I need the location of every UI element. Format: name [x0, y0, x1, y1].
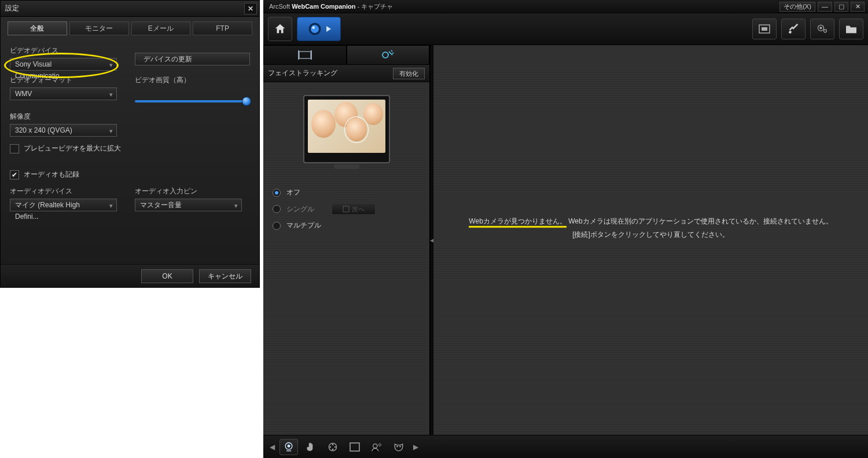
- radio-multiple[interactable]: マルチプル: [273, 221, 420, 230]
- other-menu-button[interactable]: その他(X): [779, 2, 815, 12]
- cancel-button[interactable]: キャンセル: [199, 269, 251, 283]
- main-window: ArcSoft WebCam Companion - キャプチャ その他(X) …: [263, 0, 868, 458]
- video-device-select[interactable]: Sony Visual Communicatio...: [10, 58, 117, 71]
- video-format-select[interactable]: WMV: [10, 87, 117, 100]
- wand-icon: [381, 49, 395, 61]
- tab-email[interactable]: Eメール: [131, 21, 191, 35]
- svg-point-17: [330, 446, 332, 448]
- face-icon: [363, 103, 383, 125]
- svg-rect-10: [311, 50, 312, 60]
- svg-rect-12: [343, 206, 349, 212]
- effect-mask-button[interactable]: [389, 439, 408, 455]
- face-tracking-header: フェイストラッキング 有効化: [263, 65, 429, 82]
- maximize-button[interactable]: ▢: [834, 2, 848, 12]
- effect-webcam-button[interactable]: [279, 439, 298, 455]
- camera-lens-icon: [307, 21, 323, 37]
- face-tracking-label: フェイストラッキング: [268, 68, 337, 78]
- video-device-label: ビデオデバイス: [10, 46, 126, 56]
- resolution-label: 解像度: [10, 112, 250, 122]
- main-toolbar: [263, 13, 868, 45]
- scroll-left-button[interactable]: ◀: [268, 443, 276, 451]
- effect-frame-button[interactable]: [345, 439, 364, 455]
- ok-button[interactable]: OK: [141, 269, 193, 283]
- fullscreen-button[interactable]: [752, 19, 777, 39]
- title-bold: WebCam Companion: [292, 3, 355, 10]
- svg-point-22: [396, 446, 398, 447]
- preview-thumbnail: [263, 82, 429, 170]
- sidebar: フェイストラッキング 有効化 オフ: [263, 45, 430, 435]
- bottom-toolbar: ◀ ▶: [263, 435, 868, 458]
- audio-pin-select[interactable]: マスター音量: [135, 199, 242, 211]
- dialog-titlebar: 設定 ✕: [1, 1, 259, 17]
- svg-point-14: [288, 444, 290, 447]
- preview-canvas: Webカメラが見つかりません。 Webカメラは現在別のアプリケーションで使用され…: [433, 45, 868, 435]
- media-strip-icon: [297, 50, 312, 60]
- error-line1a: Webカメラが見つかりません。: [469, 218, 566, 228]
- record-audio-label: オーディオも記録: [24, 170, 79, 179]
- subtab-effects[interactable]: [347, 45, 430, 65]
- svg-point-19: [332, 448, 334, 450]
- scroll-right-button[interactable]: ▶: [411, 443, 420, 451]
- radio-dot-icon: [273, 222, 281, 230]
- error-line1b: Webカメラは現在別のアプリケーションで使用されているか、接続されていません。: [568, 218, 832, 226]
- dialog-footer: OK キャンセル: [1, 264, 259, 287]
- settings-dialog: 設定 ✕ 全般 モニター Eメール FTP ビデオデバイス Sony Visua…: [0, 0, 260, 288]
- svg-point-18: [334, 446, 336, 448]
- settings-tools-button[interactable]: [781, 19, 806, 39]
- content-area: フェイストラッキング 有効化 オフ: [263, 45, 868, 435]
- film-reel-icon: [327, 441, 339, 453]
- expand-preview-checkbox[interactable]: プレビュービデオを最大に拡大: [10, 144, 250, 153]
- video-quality-slider[interactable]: [135, 96, 251, 107]
- tools-icon: [787, 23, 800, 35]
- svg-point-7: [824, 30, 827, 32]
- webcam-icon: [283, 441, 295, 453]
- radio-off-label: オフ: [286, 188, 300, 197]
- home-button[interactable]: [268, 17, 292, 41]
- svg-rect-8: [299, 52, 311, 58]
- tab-monitor[interactable]: モニター: [69, 21, 129, 35]
- effect-hand-button[interactable]: [301, 439, 320, 455]
- dialog-tabs: 全般 モニター Eメール FTP: [1, 17, 259, 35]
- audio-device-label: オーディオデバイス: [10, 186, 126, 196]
- close-button[interactable]: ✕: [851, 2, 865, 12]
- folder-button[interactable]: [839, 19, 863, 39]
- resolution-select[interactable]: 320 x 240 (QVGA): [10, 124, 117, 137]
- main-titlebar: ArcSoft WebCam Companion - キャプチャ その他(X) …: [263, 0, 868, 13]
- next-disabled-button: 次へ: [332, 203, 376, 215]
- webcam-gear-icon: [816, 23, 829, 35]
- slider-thumb[interactable]: [242, 97, 251, 106]
- fullscreen-icon: [759, 24, 770, 34]
- tab-ftp[interactable]: FTP: [193, 21, 252, 35]
- face-icon: [346, 118, 367, 141]
- radio-off[interactable]: オフ: [273, 188, 420, 197]
- webcam-settings-button[interactable]: [810, 19, 834, 39]
- svg-point-11: [382, 52, 388, 58]
- minimize-button[interactable]: —: [818, 2, 832, 12]
- record-audio-checkbox[interactable]: ✔ オーディオも記録: [10, 170, 250, 179]
- capture-mode-button[interactable]: [297, 17, 341, 41]
- error-message: Webカメラが見つかりません。 Webカメラは現在別のアプリケーションで使用され…: [455, 215, 847, 242]
- expand-preview-label: プレビュービデオを最大に拡大: [24, 144, 121, 153]
- radio-single-label: シングル: [286, 204, 314, 214]
- dialog-close-button[interactable]: ✕: [244, 3, 257, 14]
- svg-rect-20: [350, 443, 359, 451]
- audio-device-select[interactable]: マイク (Realtek High Defini...: [10, 199, 117, 211]
- tab-general[interactable]: 全般: [8, 21, 67, 35]
- effect-film-button[interactable]: [323, 439, 342, 455]
- folder-icon: [845, 24, 858, 34]
- subtab-media[interactable]: [263, 45, 347, 65]
- svg-rect-4: [762, 27, 767, 31]
- enable-button[interactable]: 有効化: [393, 68, 425, 79]
- face-box-icon: [343, 206, 350, 212]
- effect-avatar-button[interactable]: [367, 439, 386, 455]
- error-line2: [接続]ボタンをクリックしてやり直してください。: [572, 230, 729, 239]
- refresh-device-button[interactable]: デバイスの更新: [135, 53, 251, 65]
- title-prefix: ArcSoft: [269, 3, 292, 10]
- dialog-title: 設定: [5, 3, 19, 13]
- svg-point-16: [332, 444, 334, 445]
- checkbox-icon: [10, 144, 19, 153]
- svg-point-1: [311, 25, 319, 33]
- hand-icon: [305, 441, 317, 453]
- video-quality-label: ビデオ画質（高）: [135, 75, 251, 85]
- radio-single[interactable]: シングル 次へ: [273, 203, 420, 215]
